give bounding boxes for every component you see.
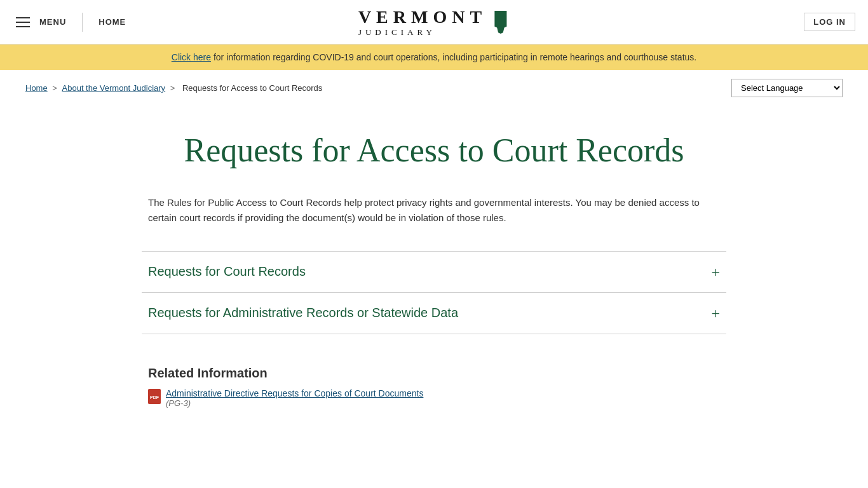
home-link[interactable]: HOME	[98, 17, 126, 27]
related-info-title: Related Information	[148, 366, 720, 381]
covid-banner: Click here for information regarding COV…	[0, 44, 868, 70]
pdf-content-1: Administrative Directive Requests for Co…	[166, 388, 423, 408]
accordion: Requests for Court Records + Requests fo…	[142, 251, 726, 334]
logo-text: VERMONT JUDICIARY	[358, 7, 487, 37]
pdf-icon: PDF	[148, 389, 161, 404]
accordion-expand-icon-2: +	[711, 306, 720, 321]
header-left: MENU HOME	[13, 13, 126, 32]
logo-vermont-text: VERMONT	[358, 7, 487, 27]
accordion-header-1[interactable]: Requests for Court Records +	[142, 252, 726, 292]
site-logo: VERMONT JUDICIARY	[358, 7, 510, 37]
logo-judiciary-text: JUDICIARY	[358, 27, 487, 37]
page-title: Requests for Access to Court Records	[142, 132, 726, 170]
breadcrumb-current: Requests for Access to Court Records	[182, 83, 322, 93]
header-divider	[82, 13, 83, 32]
menu-button[interactable]: MENU	[39, 17, 66, 27]
language-selector[interactable]: Select Language Spanish French Nepali So…	[731, 79, 843, 97]
accordion-header-2[interactable]: Requests for Administrative Records or S…	[142, 293, 726, 334]
vermont-state-icon	[492, 10, 510, 35]
menu-icon-button[interactable]	[13, 14, 33, 30]
pdf-link-1[interactable]: Administrative Directive Requests for Co…	[166, 388, 423, 398]
breadcrumb-sep2: >	[170, 83, 177, 93]
breadcrumb-about[interactable]: About the Vermont Judiciary	[62, 83, 166, 93]
pdf-subtitle-1: (PG-3)	[166, 398, 423, 408]
accordion-title-2: Requests for Administrative Records or S…	[148, 306, 458, 320]
accordion-item-2: Requests for Administrative Records or S…	[142, 292, 726, 334]
pdf-item-1: PDF Administrative Directive Requests fo…	[148, 388, 720, 408]
breadcrumb-sep1: >	[52, 83, 59, 93]
intro-paragraph: The Rules for Public Access to Court Rec…	[142, 195, 726, 226]
main-content: Requests for Access to Court Records The…	[116, 106, 752, 436]
site-header: MENU HOME VERMONT JUDICIARY LOG IN	[0, 0, 868, 44]
breadcrumb-home[interactable]: Home	[25, 83, 48, 93]
covid-banner-text: for information regarding COVID-19 and c…	[211, 52, 696, 62]
accordion-expand-icon-1: +	[711, 264, 720, 280]
related-info-section: Related Information PDF Administrative D…	[142, 366, 726, 408]
svg-text:PDF: PDF	[150, 395, 159, 400]
covid-banner-link[interactable]: Click here	[172, 52, 211, 62]
accordion-title-1: Requests for Court Records	[148, 264, 306, 279]
login-button[interactable]: LOG IN	[804, 13, 855, 31]
vermont-judiciary-logo: VERMONT JUDICIARY	[358, 7, 510, 37]
breadcrumb: Home > About the Vermont Judiciary > Req…	[25, 83, 325, 93]
accordion-item-1: Requests for Court Records +	[142, 251, 726, 292]
breadcrumb-row: Home > About the Vermont Judiciary > Req…	[0, 70, 868, 106]
